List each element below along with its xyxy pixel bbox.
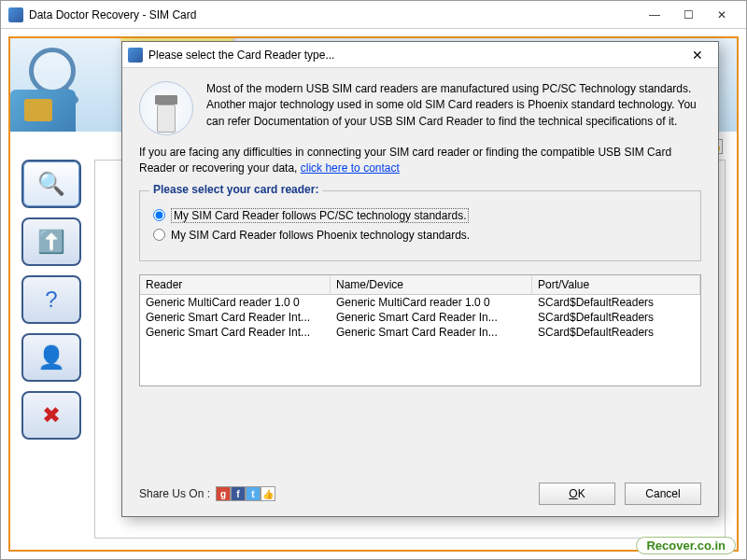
cell-port: SCard$DefaultReaders: [532, 310, 700, 325]
cell-reader: Generic Smart Card Reader Int...: [140, 325, 331, 340]
radio-pcsc-label: My SIM Card Reader follows PC/SC technol…: [171, 208, 469, 223]
groupbox-legend: Please select your card reader:: [149, 183, 322, 196]
dialog-footer: Share Us On : g f t 👍 OK Cancel: [139, 483, 701, 505]
table-row[interactable]: Generic MultiCard reader 1.0 0 Generic M…: [140, 295, 700, 310]
dlg-twitter-icon[interactable]: t: [246, 486, 261, 501]
sidebar: 🔍 ⬆️ ? 👤 ✖: [16, 160, 87, 449]
th-port[interactable]: Port/Value: [532, 275, 700, 294]
contact-link[interactable]: click here to contact: [301, 161, 400, 175]
app-icon: [8, 7, 23, 22]
table-row[interactable]: Generic Smart Card Reader Int... Generic…: [140, 325, 700, 340]
cell-name: Generic MultiCard reader 1.0 0: [331, 295, 532, 310]
dlg-like-icon[interactable]: 👍: [261, 486, 275, 501]
sidebar-recover-button[interactable]: ⬆️: [21, 217, 81, 266]
radio-phoenix[interactable]: [153, 229, 165, 241]
cell-reader: Generic Smart Card Reader Int...: [140, 310, 331, 325]
radio-pcsc-row[interactable]: My SIM Card Reader follows PC/SC technol…: [153, 208, 687, 223]
cell-name: Generic Smart Card Reader In...: [331, 325, 532, 340]
cell-port: SCard$DefaultReaders: [532, 295, 700, 310]
radio-pcsc[interactable]: [153, 209, 165, 221]
help-icon: ?: [35, 283, 68, 316]
main-titlebar: Data Doctor Recovery - SIM Card — ☐ ✕: [1, 1, 746, 29]
ok-button[interactable]: OK: [539, 483, 615, 505]
table-row[interactable]: Generic Smart Card Reader Int... Generic…: [140, 310, 700, 325]
cancel-button[interactable]: Cancel: [625, 483, 701, 505]
table-header: Reader Name/Device Port/Value: [140, 275, 700, 295]
maximize-button[interactable]: ☐: [671, 5, 705, 25]
sidebar-scan-button[interactable]: 🔍: [21, 160, 81, 208]
dlg-googleplus-icon[interactable]: g: [216, 486, 231, 501]
info-row: Most of the modern USB SIM card readers …: [139, 81, 701, 135]
recover-icon: ⬆️: [35, 225, 68, 259]
card-reader-dialog: Please select the Card Reader type... ✕ …: [121, 41, 719, 517]
sidebar-user-button[interactable]: 👤: [21, 333, 81, 382]
dlg-facebook-icon[interactable]: f: [231, 486, 246, 501]
close-button[interactable]: ✕: [705, 5, 739, 25]
usb-reader-icon: [139, 81, 193, 135]
window-title: Data Doctor Recovery - SIM Card: [29, 8, 638, 21]
search-sim-icon: 🔍: [35, 167, 68, 201]
card-reader-groupbox: Please select your card reader: My SIM C…: [139, 190, 701, 261]
radio-phoenix-label: My SIM Card Reader follows Phoenix techn…: [171, 229, 470, 242]
cell-port: SCard$DefaultReaders: [532, 325, 700, 340]
th-name[interactable]: Name/Device: [331, 275, 532, 294]
dialog-icon: [128, 48, 143, 63]
sidebar-close-button[interactable]: ✖: [21, 391, 81, 440]
dialog-close-button[interactable]: ✕: [683, 46, 712, 64]
dialog-body: Most of the modern USB SIM card readers …: [122, 68, 718, 516]
minimize-button[interactable]: —: [638, 5, 671, 25]
cell-name: Generic Smart Card Reader In...: [331, 310, 532, 325]
cell-reader: Generic MultiCard reader 1.0 0: [140, 295, 331, 310]
watermark: Recover.co.in: [636, 537, 736, 554]
user-icon: 👤: [35, 341, 68, 374]
info-text-2: If you are facing any difficulties in co…: [139, 145, 701, 177]
dialog-titlebar: Please select the Card Reader type... ✕: [122, 42, 718, 68]
info-text-1: Most of the modern USB SIM card readers …: [206, 81, 701, 130]
close-icon: ✖: [35, 399, 68, 432]
radio-phoenix-row[interactable]: My SIM Card Reader follows Phoenix techn…: [153, 229, 687, 242]
dialog-title: Please select the Card Reader type...: [148, 49, 683, 62]
th-reader[interactable]: Reader: [140, 275, 331, 294]
share-label: Share Us On :: [139, 487, 210, 500]
reader-table[interactable]: Reader Name/Device Port/Value Generic Mu…: [139, 274, 701, 386]
sim-chip-icon: [10, 90, 76, 132]
sidebar-help-button[interactable]: ?: [21, 275, 81, 324]
info-text-2a: If you are facing any difficulties in co…: [139, 146, 671, 175]
